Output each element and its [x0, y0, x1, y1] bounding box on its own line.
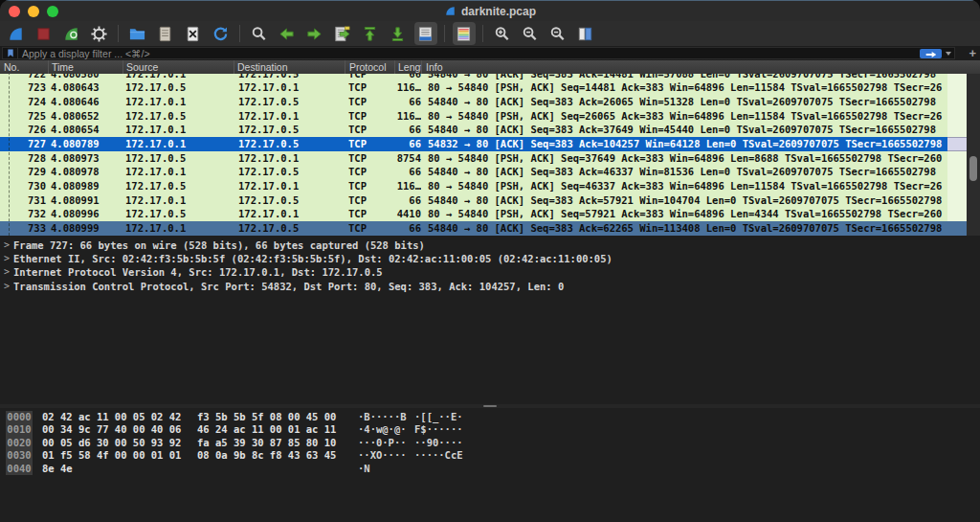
packet-row[interactable]: 725 4.080652 172.17.0.5 172.17.0.1 TCP 1… — [0, 109, 967, 124]
go-to-top-icon — [361, 25, 379, 43]
row-overflow-strip — [947, 137, 967, 151]
zoom-reset-button[interactable] — [546, 22, 569, 45]
packet-row[interactable]: 729 4.080978 172.17.0.1 172.17.0.5 TCP 6… — [0, 165, 967, 179]
column-header[interactable]: Destination — [234, 60, 345, 74]
packet-row[interactable]: 727 4.080789 172.17.0.1 172.17.0.5 TCP 6… — [0, 137, 967, 151]
toolbar-separator — [118, 25, 119, 42]
resize-columns-icon — [576, 25, 594, 43]
row-overflow-strip — [947, 207, 967, 221]
detail-row[interactable]: > Internet Protocol Version 4, Src: 172.… — [0, 265, 980, 279]
titlebar: darknite.pcap — [0, 0, 980, 21]
packet-row[interactable]: 726 4.080654 172.17.0.1 172.17.0.5 TCP 6… — [0, 123, 967, 137]
row-overflow-strip — [947, 123, 967, 137]
find-packet-button[interactable] — [248, 22, 271, 45]
auto-scroll-button[interactable] — [414, 22, 437, 45]
packet-row[interactable]: 733 4.080999 172.17.0.1 172.17.0.5 TCP 6… — [0, 221, 967, 236]
detail-row[interactable]: > Transmission Control Protocol, Src Por… — [0, 280, 980, 293]
minimize-window-button[interactable] — [28, 6, 39, 17]
row-overflow-strip — [947, 109, 967, 124]
hex-row[interactable]: 0030 01 f5 58 4f 00 00 01 01 08 0a 9b 8c… — [0, 449, 980, 462]
packet-row[interactable]: 731 4.080991 172.17.0.1 172.17.0.5 TCP 6… — [0, 193, 967, 208]
zoom-in-button[interactable] — [491, 22, 514, 45]
capture-options-button[interactable] — [88, 22, 111, 45]
wireshark-fin-icon — [7, 25, 25, 43]
column-header[interactable]: Info — [421, 60, 980, 74]
packet-list: 722 4.080580 172.17.0.1 172.17.0.5 TCP 6… — [0, 74, 980, 236]
filter-dropdown-button[interactable] — [943, 48, 953, 58]
window-title-group: darknite.pcap — [444, 5, 536, 18]
display-filter-input[interactable]: Apply a display filter ... <⌘/> — [2, 47, 955, 59]
capture-options-icon — [90, 25, 108, 43]
go-forward-icon — [305, 25, 323, 43]
chevron-right-icon[interactable]: > — [0, 265, 13, 279]
wireshark-fin-button[interactable] — [5, 22, 28, 45]
resize-columns-button[interactable] — [574, 22, 597, 45]
column-header[interactable]: Time — [48, 60, 122, 74]
chevron-right-icon[interactable]: > — [0, 280, 13, 293]
stop-capture-button[interactable] — [33, 22, 56, 45]
column-header[interactable]: Length — [394, 60, 421, 74]
zoom-reset-icon — [548, 25, 567, 43]
packet-row[interactable]: 732 4.080996 172.17.0.5 172.17.0.1 TCP 4… — [0, 207, 967, 221]
save-file-icon — [156, 25, 174, 43]
stop-capture-icon — [34, 25, 53, 43]
detail-row[interactable]: > Frame 727: 66 bytes on wire (528 bits)… — [0, 238, 980, 252]
scrollbar-thumb[interactable] — [969, 156, 977, 181]
row-overflow-strip — [947, 74, 967, 80]
apply-filter-button[interactable] — [920, 49, 942, 58]
vertical-scrollbar[interactable] — [967, 74, 980, 236]
row-overflow-strip — [947, 193, 967, 208]
zoom-out-button[interactable] — [519, 22, 542, 45]
restart-capture-icon — [62, 25, 80, 43]
hex-row[interactable]: 0010 00 34 9c 77 40 00 40 06 46 24 ac 11… — [0, 423, 980, 436]
packet-row[interactable]: 724 4.080646 172.17.0.1 172.17.0.5 TCP 6… — [0, 95, 967, 109]
zoom-out-icon — [521, 25, 539, 43]
row-overflow-strip — [947, 179, 967, 193]
go-to-bottom-icon — [389, 25, 407, 43]
chevron-right-icon[interactable]: > — [0, 252, 13, 265]
detail-row[interactable]: > Ethernet II, Src: 02:42:f3:5b:5b:5f (0… — [0, 252, 980, 265]
open-file-button[interactable] — [126, 22, 149, 45]
packet-rows-viewport: 722 4.080580 172.17.0.1 172.17.0.5 TCP 6… — [0, 74, 967, 236]
toolbar-separator — [444, 25, 445, 42]
restart-capture-button[interactable] — [60, 22, 83, 45]
open-file-icon — [128, 25, 146, 43]
zoom-window-button[interactable] — [47, 6, 58, 17]
reload-icon — [212, 25, 230, 43]
hex-row[interactable]: 0040 8e 4e ·N — [0, 463, 980, 475]
filter-bookmark-button[interactable] — [3, 48, 18, 58]
packet-row[interactable]: 722 4.080580 172.17.0.1 172.17.0.5 TCP 6… — [0, 74, 967, 80]
traffic-lights — [9, 6, 58, 17]
go-back-button[interactable] — [276, 22, 299, 45]
bookmark-icon — [7, 45, 14, 62]
packet-row[interactable]: 730 4.080989 172.17.0.5 172.17.0.1 TCP 1… — [0, 179, 967, 193]
row-overflow-strip — [947, 165, 967, 179]
zoom-in-icon — [493, 25, 511, 43]
colorize-icon — [455, 25, 473, 43]
go-forward-button[interactable] — [303, 22, 326, 45]
packet-row[interactable]: 723 4.080643 172.17.0.5 172.17.0.1 TCP 1… — [0, 80, 967, 95]
filter-bar: Apply a display filter ... <⌘/> + — [0, 46, 980, 60]
chevron-right-icon[interactable]: > — [0, 238, 13, 252]
wireshark-window: darknite.pcap Apply a display filter ...… — [0, 0, 980, 522]
reload-button[interactable] — [210, 22, 233, 45]
hex-row[interactable]: 0020 00 05 d6 30 00 50 93 92 fa a5 39 30… — [0, 437, 980, 449]
filter-placeholder: Apply a display filter ... <⌘/> — [18, 48, 150, 59]
close-file-button[interactable] — [182, 22, 205, 45]
column-header[interactable]: Source — [122, 60, 234, 74]
pane-splitter[interactable] — [0, 404, 980, 408]
packet-row[interactable]: 728 4.080973 172.17.0.5 172.17.0.1 TCP 8… — [0, 151, 967, 166]
hex-row[interactable]: 0000 02 42 ac 11 00 05 02 42 f3 5b 5b 5f… — [0, 411, 980, 423]
add-filter-button[interactable]: + — [969, 46, 976, 60]
go-to-top-button[interactable] — [359, 22, 382, 45]
close-window-button[interactable] — [9, 6, 20, 17]
column-header[interactable]: Protocol — [345, 60, 394, 74]
close-file-icon — [184, 25, 202, 43]
go-to-bottom-button[interactable] — [387, 22, 410, 45]
go-to-packet-button[interactable] — [331, 22, 354, 45]
column-header[interactable]: No. — [0, 60, 48, 74]
main-toolbar — [0, 21, 980, 46]
save-file-button[interactable] — [154, 22, 177, 45]
row-overflow-strip — [947, 221, 967, 236]
colorize-button[interactable] — [453, 22, 476, 45]
